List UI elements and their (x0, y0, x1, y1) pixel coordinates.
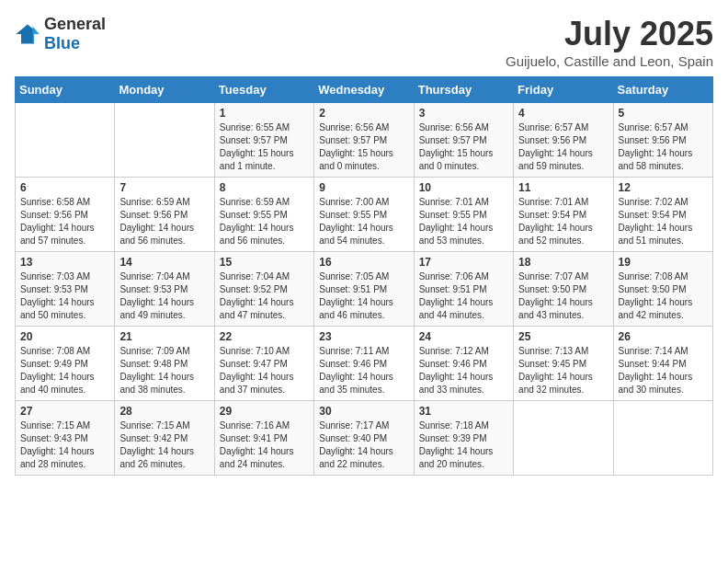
day-number: 12 (619, 181, 708, 194)
calendar-cell: 6Sunrise: 6:58 AMSunset: 9:56 PMDaylight… (16, 178, 115, 252)
calendar-cell: 31Sunrise: 7:18 AMSunset: 9:39 PMDayligh… (414, 401, 513, 476)
day-number: 24 (419, 330, 508, 343)
calendar-cell: 19Sunrise: 7:08 AMSunset: 9:50 PMDayligh… (613, 252, 712, 327)
cell-details: Sunrise: 7:18 AMSunset: 9:39 PMDaylight:… (419, 419, 508, 471)
day-number: 18 (518, 256, 608, 269)
calendar-cell: 11Sunrise: 7:01 AMSunset: 9:54 PMDayligh… (514, 178, 613, 252)
cell-details: Sunrise: 7:04 AMSunset: 9:53 PMDaylight:… (119, 270, 209, 322)
cell-details: Sunrise: 7:11 AMSunset: 9:46 PMDaylight:… (319, 345, 408, 396)
calendar-cell: 24Sunrise: 7:12 AMSunset: 9:46 PMDayligh… (414, 327, 513, 401)
weekday-header-row: SundayMondayTuesdayWednesdayThursdayFrid… (16, 77, 713, 103)
day-number: 30 (319, 405, 408, 418)
day-number: 9 (319, 181, 408, 194)
cell-details: Sunrise: 7:00 AMSunset: 9:55 PMDaylight:… (319, 196, 408, 247)
cell-details: Sunrise: 6:59 AMSunset: 9:55 PMDaylight:… (220, 196, 309, 247)
calendar-table: SundayMondayTuesdayWednesdayThursdayFrid… (15, 76, 713, 476)
cell-details: Sunrise: 7:08 AMSunset: 9:50 PMDaylight:… (619, 270, 708, 322)
weekday-header: Monday (115, 77, 214, 103)
day-number: 2 (319, 107, 408, 120)
calendar-cell: 20Sunrise: 7:08 AMSunset: 9:49 PMDayligh… (16, 327, 115, 401)
cell-details: Sunrise: 7:04 AMSunset: 9:52 PMDaylight:… (220, 270, 309, 322)
day-number: 7 (119, 181, 209, 194)
title-area: July 2025 Guijuelo, Castille and Leon, S… (506, 15, 713, 69)
day-number: 8 (220, 181, 309, 194)
day-number: 23 (319, 330, 408, 343)
cell-details: Sunrise: 7:14 AMSunset: 9:44 PMDaylight:… (619, 345, 708, 396)
calendar-cell: 4Sunrise: 6:57 AMSunset: 9:56 PMDaylight… (514, 103, 613, 178)
day-number: 16 (319, 256, 408, 269)
logo-general-text: General (44, 15, 106, 33)
weekday-header: Sunday (16, 77, 115, 103)
calendar-cell (514, 401, 613, 476)
calendar-cell: 18Sunrise: 7:07 AMSunset: 9:50 PMDayligh… (514, 252, 613, 327)
calendar-cell (16, 103, 115, 178)
cell-details: Sunrise: 7:01 AMSunset: 9:54 PMDaylight:… (518, 196, 608, 247)
cell-details: Sunrise: 7:05 AMSunset: 9:51 PMDaylight:… (319, 270, 408, 322)
day-number: 14 (119, 256, 209, 269)
day-number: 28 (119, 405, 209, 418)
cell-details: Sunrise: 6:57 AMSunset: 9:56 PMDaylight:… (518, 121, 608, 173)
calendar-cell: 15Sunrise: 7:04 AMSunset: 9:52 PMDayligh… (214, 252, 313, 327)
day-number: 11 (518, 181, 608, 194)
weekday-header: Tuesday (214, 77, 313, 103)
calendar-week-row: 13Sunrise: 7:03 AMSunset: 9:53 PMDayligh… (16, 252, 713, 327)
calendar-cell: 3Sunrise: 6:56 AMSunset: 9:57 PMDaylight… (414, 103, 513, 178)
day-number: 10 (419, 181, 508, 194)
cell-details: Sunrise: 7:15 AMSunset: 9:43 PMDaylight:… (20, 419, 109, 471)
calendar-cell: 10Sunrise: 7:01 AMSunset: 9:55 PMDayligh… (414, 178, 513, 252)
day-number: 19 (619, 256, 708, 269)
subtitle: Guijuelo, Castille and Leon, Spain (506, 53, 713, 69)
day-number: 1 (220, 107, 309, 120)
day-number: 6 (20, 181, 109, 194)
day-number: 25 (518, 330, 608, 343)
calendar-cell: 16Sunrise: 7:05 AMSunset: 9:51 PMDayligh… (314, 252, 414, 327)
cell-details: Sunrise: 7:16 AMSunset: 9:41 PMDaylight:… (220, 419, 309, 471)
calendar-cell: 13Sunrise: 7:03 AMSunset: 9:53 PMDayligh… (16, 252, 115, 327)
cell-details: Sunrise: 7:09 AMSunset: 9:48 PMDaylight:… (119, 345, 209, 396)
calendar-cell: 30Sunrise: 7:17 AMSunset: 9:40 PMDayligh… (314, 401, 414, 476)
day-number: 22 (220, 330, 309, 343)
cell-details: Sunrise: 7:10 AMSunset: 9:47 PMDaylight:… (220, 345, 309, 396)
weekday-header: Saturday (613, 77, 712, 103)
day-number: 29 (220, 405, 309, 418)
cell-details: Sunrise: 6:58 AMSunset: 9:56 PMDaylight:… (20, 196, 109, 247)
calendar-week-row: 6Sunrise: 6:58 AMSunset: 9:56 PMDaylight… (16, 178, 713, 252)
logo-blue-text: Blue (44, 34, 80, 52)
day-number: 5 (619, 107, 708, 120)
calendar-cell: 2Sunrise: 6:56 AMSunset: 9:57 PMDaylight… (314, 103, 414, 178)
day-number: 31 (419, 405, 508, 418)
calendar-week-row: 27Sunrise: 7:15 AMSunset: 9:43 PMDayligh… (16, 401, 713, 476)
calendar-cell: 26Sunrise: 7:14 AMSunset: 9:44 PMDayligh… (613, 327, 712, 401)
calendar-cell: 8Sunrise: 6:59 AMSunset: 9:55 PMDaylight… (214, 178, 313, 252)
weekday-header: Thursday (414, 77, 513, 103)
cell-details: Sunrise: 7:06 AMSunset: 9:51 PMDaylight:… (419, 270, 508, 322)
calendar-cell: 7Sunrise: 6:59 AMSunset: 9:56 PMDaylight… (115, 178, 214, 252)
calendar-week-row: 20Sunrise: 7:08 AMSunset: 9:49 PMDayligh… (16, 327, 713, 401)
calendar-cell: 5Sunrise: 6:57 AMSunset: 9:56 PMDaylight… (613, 103, 712, 178)
weekday-header: Friday (514, 77, 613, 103)
day-number: 15 (220, 256, 309, 269)
cell-details: Sunrise: 7:15 AMSunset: 9:42 PMDaylight:… (119, 419, 209, 471)
cell-details: Sunrise: 7:13 AMSunset: 9:45 PMDaylight:… (518, 345, 608, 396)
day-number: 4 (518, 107, 608, 120)
cell-details: Sunrise: 7:08 AMSunset: 9:49 PMDaylight:… (20, 345, 109, 396)
calendar-cell: 25Sunrise: 7:13 AMSunset: 9:45 PMDayligh… (514, 327, 613, 401)
calendar-cell: 27Sunrise: 7:15 AMSunset: 9:43 PMDayligh… (16, 401, 115, 476)
day-number: 20 (20, 330, 109, 343)
calendar-cell: 9Sunrise: 7:00 AMSunset: 9:55 PMDaylight… (314, 178, 414, 252)
calendar-cell: 1Sunrise: 6:55 AMSunset: 9:57 PMDaylight… (214, 103, 313, 178)
calendar-cell: 12Sunrise: 7:02 AMSunset: 9:54 PMDayligh… (613, 178, 712, 252)
logo: General Blue (15, 15, 106, 53)
logo-icon (15, 21, 40, 47)
day-number: 13 (20, 256, 109, 269)
calendar-cell: 29Sunrise: 7:16 AMSunset: 9:41 PMDayligh… (214, 401, 313, 476)
day-number: 17 (419, 256, 508, 269)
main-title: July 2025 (506, 15, 713, 53)
cell-details: Sunrise: 7:02 AMSunset: 9:54 PMDaylight:… (619, 196, 708, 247)
calendar-week-row: 1Sunrise: 6:55 AMSunset: 9:57 PMDaylight… (16, 103, 713, 178)
day-number: 26 (619, 330, 708, 343)
calendar-cell (613, 401, 712, 476)
day-number: 3 (419, 107, 508, 120)
cell-details: Sunrise: 7:12 AMSunset: 9:46 PMDaylight:… (419, 345, 508, 396)
page-header: General Blue July 2025 Guijuelo, Castill… (15, 15, 713, 69)
